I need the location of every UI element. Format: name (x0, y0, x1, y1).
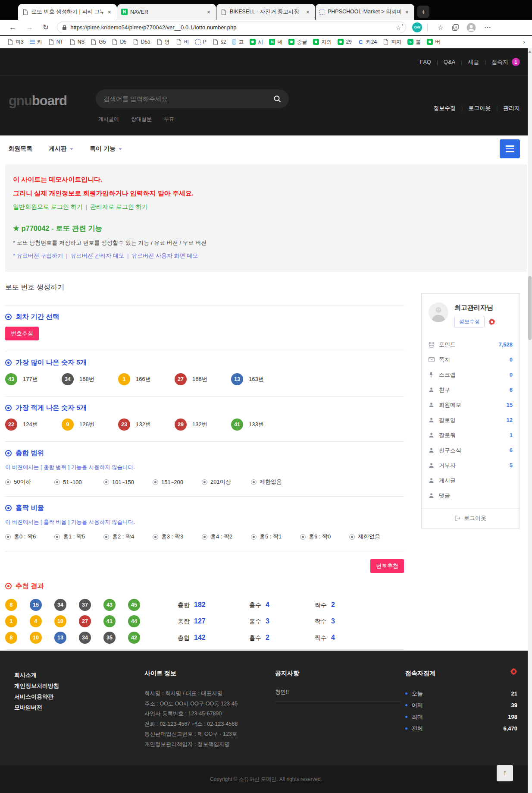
bookmark-item[interactable]: b블 (404, 37, 424, 47)
member-stat-포인트[interactable]: 포인트7,528 (429, 337, 513, 352)
nav-item-특이 기능[interactable]: 특이 기능 (90, 145, 122, 153)
popular-keyword[interactable]: 투표 (164, 116, 174, 123)
nav-item-게시판[interactable]: 게시판 (49, 145, 73, 153)
bookmark-item[interactable]: N네 (266, 37, 285, 47)
radio-option[interactable]: 홀0 : 짝6 (5, 533, 54, 541)
notice-item[interactable]: 청인!! (275, 689, 401, 696)
feature-link[interactable]: 유료버전 관리자 데모 (71, 252, 124, 259)
draw-number-button[interactable]: 번호추첨 (370, 559, 404, 573)
bookmark-item[interactable]: 29 (335, 38, 354, 46)
scroll-to-top-button[interactable]: ↑ (497, 765, 513, 781)
member-stat-친구소식[interactable]: 친구소식6 (429, 443, 513, 458)
radio-option[interactable]: 제한없음 (349, 533, 398, 541)
bookmark-item[interactable]: 자의 (310, 37, 335, 47)
scrollbar-up-icon[interactable] (528, 50, 532, 53)
bookmark-item[interactable]: D5a (130, 38, 153, 46)
draw-number-button[interactable]: 번호추첨 (5, 327, 39, 340)
bookmark-item[interactable]: 카 (27, 37, 45, 47)
refresh-icon[interactable]: ↻ (43, 24, 49, 31)
search-input[interactable] (103, 95, 273, 102)
search-icon[interactable] (273, 95, 281, 103)
gnuboard-logo[interactable]: gnuboard (9, 93, 67, 109)
footer-link[interactable]: 모바일버전 (14, 702, 59, 713)
nav-item-회원목록[interactable]: 회원목록 (8, 145, 32, 153)
radio-option[interactable]: 제한없음 (251, 478, 300, 486)
bookmark-item[interactable]: NS (66, 38, 88, 46)
user-link[interactable]: 정보수정 (433, 104, 456, 112)
tab-close-icon[interactable]: × (205, 9, 212, 16)
bookmark-item[interactable]: 피자 (380, 37, 404, 47)
radio-option[interactable]: 홀2 : 짝4 (103, 533, 153, 541)
popular-keyword[interactable]: 게시글에 (98, 116, 119, 123)
radio-option[interactable]: 홀3 : 짝3 (153, 533, 202, 541)
browser-tab[interactable]: PHPSCHOOL-Market > 의뢰마당× (316, 4, 414, 20)
demo-login-link[interactable]: 관리자로 로그인 하기 (90, 203, 148, 210)
bookmark-item[interactable]: s2 (210, 38, 229, 46)
gear-icon[interactable] (510, 668, 517, 675)
hamburger-menu-button[interactable] (500, 139, 520, 158)
bookmark-item[interactable]: G5 (88, 38, 109, 46)
bookmark-item[interactable]: 버 (424, 37, 443, 47)
radio-option[interactable]: 50이하 (5, 478, 54, 486)
back-icon[interactable]: ← (9, 24, 16, 31)
bookmark-item[interactable]: 시 (247, 37, 266, 47)
member-stat-스크랩[interactable]: 스크랩0 (429, 367, 513, 382)
user-link[interactable]: 로그아웃 (468, 104, 491, 112)
bookmark-item[interactable]: NT (45, 38, 66, 46)
bookmarks-overflow-icon[interactable]: › (520, 38, 528, 45)
bookmark-item[interactable]: 고 (229, 37, 247, 47)
page-scrollbar[interactable] (528, 48, 532, 793)
new-tab-button[interactable]: + (417, 6, 429, 18)
scrollbar-thumb[interactable] (528, 276, 532, 340)
bookmark-item[interactable]: P (192, 38, 210, 46)
browser-menu-icon[interactable]: ⋯ (484, 23, 491, 31)
member-stat-회원메모[interactable]: 회원메모15 (429, 397, 513, 412)
radio-option[interactable]: 151~200 (153, 478, 202, 486)
bookmark-star-icon[interactable]: ☆+ (396, 24, 401, 31)
utility-link[interactable]: FAQ (420, 59, 431, 65)
profile-avatar-icon[interactable] (466, 23, 476, 32)
browser-tab[interactable]: 로또 번호 생성하기 | 피리 그누보× (18, 4, 117, 20)
utility-link[interactable]: Q&A (444, 59, 455, 65)
footer-link[interactable]: 개인정보처리방침 (14, 680, 59, 691)
member-stat-댓글[interactable]: 댓글 (429, 488, 513, 503)
tab-close-icon[interactable]: × (106, 9, 113, 16)
collections-icon[interactable] (452, 24, 459, 31)
radio-option[interactable]: 51~100 (54, 478, 103, 486)
bookmark-item[interactable]: C카24 (355, 37, 380, 47)
user-link[interactable]: 관리자 (503, 104, 520, 112)
one-extension-icon[interactable]: ONE (412, 22, 422, 32)
utility-link[interactable]: 접속자 (491, 58, 508, 66)
radio-option[interactable]: 홀6 : 짝0 (300, 533, 349, 541)
feature-link[interactable]: 유료버전 사용자 화면 데모 (131, 252, 198, 259)
bookmark-item[interactable]: 바 (173, 37, 192, 47)
bookmark-item[interactable]: D5 (109, 38, 129, 46)
radio-option[interactable]: 홀1 : 짝5 (54, 533, 103, 541)
logout-button[interactable]: 로그아웃 (422, 508, 519, 528)
search-box[interactable] (96, 89, 289, 108)
bookmark-item[interactable]: 명 (153, 37, 173, 47)
member-stat-거부자[interactable]: 거부자5 (429, 458, 513, 473)
member-stat-팔로잉[interactable]: 팔로잉12 (429, 412, 513, 428)
tab-close-icon[interactable]: × (404, 9, 410, 16)
member-stat-팔로워[interactable]: 팔로워1 (429, 428, 513, 443)
radio-option[interactable]: 101~150 (103, 478, 153, 486)
bookmark-item[interactable]: 중글 (285, 37, 310, 47)
tab-close-icon[interactable]: × (304, 9, 311, 16)
member-stat-쪽지[interactable]: 쪽지0 (429, 352, 513, 367)
forward-icon[interactable]: → (26, 24, 33, 31)
browser-tab[interactable]: NNAVER× (117, 4, 216, 20)
radio-option[interactable]: 201이상 (202, 478, 251, 486)
radio-option[interactable]: 홀4 : 짝2 (202, 533, 251, 541)
bookmark-item[interactable]: 피3 (4, 37, 27, 47)
popular-keyword[interactable]: 쌍대설문 (131, 116, 152, 123)
radio-option[interactable]: 홀5 : 짝1 (251, 533, 300, 541)
footer-link[interactable]: 회사소개 (14, 670, 59, 680)
browser-tab[interactable]: BIKESELL - 자전거 중고시장× (216, 4, 315, 20)
demo-login-link[interactable]: 일반회원으로 로그인 하기 (13, 203, 83, 210)
favorites-icon[interactable]: ☆ (438, 24, 443, 31)
footer-link[interactable]: 서비스이용약관 (14, 691, 59, 702)
edit-profile-button[interactable]: 정보수정 (454, 316, 485, 327)
address-bar[interactable]: https://piree.kr/demo54/piree/p770042/ve… (57, 22, 406, 33)
member-stat-게시글[interactable]: 게시글 (429, 473, 513, 488)
